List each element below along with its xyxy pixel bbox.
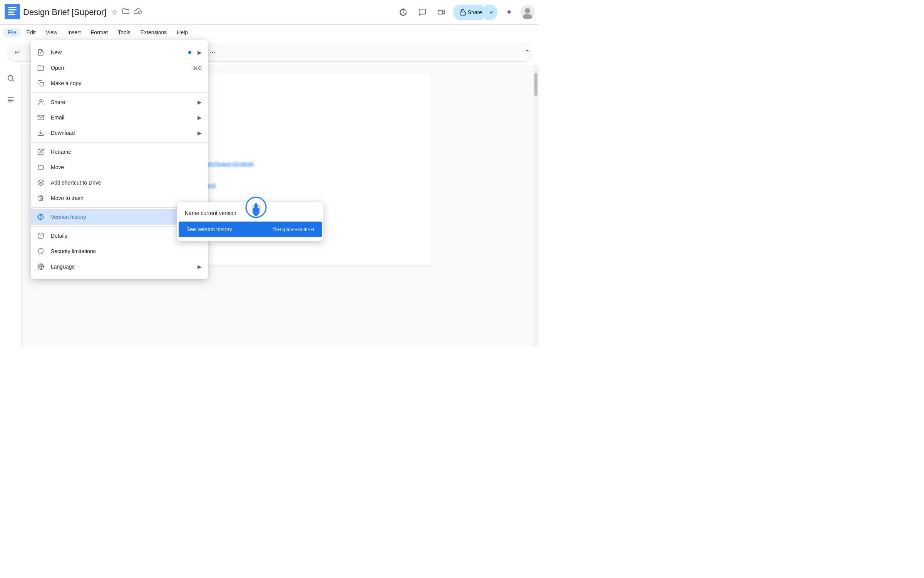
- menu-file[interactable]: File: [3, 28, 21, 37]
- menu-extensions[interactable]: Extensions: [136, 28, 171, 37]
- new-arrow-icon: ▶: [198, 49, 202, 55]
- file-menu-section-3: Rename Move Add shortcut to Drive: [31, 143, 208, 208]
- version-history-btn[interactable]: [395, 5, 411, 20]
- move-trash-label: Move to trash: [51, 195, 202, 201]
- file-menu-open[interactable]: Open ⌘O: [31, 60, 208, 76]
- svg-point-19: [40, 99, 42, 102]
- open-shortcut: ⌘O: [193, 65, 202, 71]
- left-sidebar: [0, 65, 22, 347]
- menu-help[interactable]: Help: [172, 28, 192, 37]
- submenu-name-version[interactable]: Name current version: [177, 205, 323, 221]
- star-icon[interactable]: ☆: [111, 8, 118, 17]
- security-label: Security limitations: [51, 248, 202, 254]
- menu-tools[interactable]: Tools: [113, 28, 135, 37]
- move-label: Move: [51, 164, 202, 170]
- svg-rect-18: [40, 82, 44, 86]
- file-menu-dropdown: New ▶ Open ⌘O Make a copy: [31, 40, 208, 279]
- language-icon: [37, 263, 45, 271]
- svg-rect-7: [460, 12, 465, 15]
- app-icon[interactable]: [5, 4, 20, 21]
- trash-icon: [37, 194, 45, 202]
- menu-format[interactable]: Format: [86, 28, 112, 37]
- version-history-label: Version history: [51, 214, 188, 220]
- email-label: Email: [51, 114, 188, 121]
- rename-icon: [37, 148, 45, 156]
- folder-move-icon[interactable]: [122, 7, 130, 17]
- svg-rect-2: [8, 9, 17, 10]
- file-menu-move[interactable]: Move: [31, 160, 208, 175]
- see-version-history-label: See version history: [186, 226, 232, 232]
- email-icon: [37, 114, 45, 121]
- file-menu-download[interactable]: Download ▶: [31, 125, 208, 141]
- language-arrow-icon: ▶: [198, 264, 202, 270]
- security-icon: [37, 247, 45, 255]
- svg-rect-6: [438, 10, 442, 14]
- svg-rect-1: [8, 7, 17, 8]
- title-icons: ☆: [111, 7, 142, 17]
- new-blue-dot: [188, 51, 191, 54]
- share-button-group: Share: [453, 5, 497, 20]
- share-icon: [37, 98, 45, 106]
- svg-rect-3: [8, 12, 14, 13]
- top-bar: Design Brief [Superor] ☆: [0, 0, 539, 25]
- make-copy-label: Make a copy: [51, 80, 202, 86]
- menu-insert[interactable]: Insert: [63, 28, 85, 37]
- file-menu-security[interactable]: Security limitations: [31, 244, 208, 259]
- collapse-toolbar-btn[interactable]: ⌃: [525, 49, 530, 56]
- svg-rect-4: [8, 14, 15, 15]
- more-options-btn[interactable]: ⋯: [208, 48, 218, 57]
- top-right-actions: Share ✦: [395, 5, 534, 20]
- open-label: Open: [51, 65, 187, 71]
- file-menu-language[interactable]: Language ▶: [31, 259, 208, 274]
- file-menu-section-2: Share ▶ Email ▶ Download: [31, 93, 208, 143]
- file-menu-share[interactable]: Share ▶: [31, 94, 208, 110]
- rename-label: Rename: [51, 149, 202, 155]
- sidebar-outline-btn[interactable]: [2, 91, 19, 108]
- open-icon: [37, 64, 45, 72]
- comments-btn[interactable]: [415, 5, 430, 20]
- undo-btn[interactable]: ↩: [9, 45, 25, 60]
- file-menu-section-1: New ▶ Open ⌘O Make a copy: [31, 43, 208, 93]
- svg-point-11: [8, 76, 13, 81]
- details-icon: [37, 232, 45, 240]
- name-current-version-label: Name current version: [185, 210, 236, 216]
- menu-view[interactable]: View: [41, 28, 62, 37]
- version-history-submenu: Name current version See version history…: [177, 202, 323, 241]
- file-menu-rename[interactable]: Rename: [31, 144, 208, 160]
- menu-bar: File Edit View Insert Format Tools Exten…: [0, 25, 539, 40]
- file-menu-email[interactable]: Email ▶: [31, 110, 208, 125]
- sidebar-search-btn[interactable]: [2, 70, 19, 87]
- share-dropdown-btn[interactable]: [485, 5, 497, 20]
- add-shortcut-label: Add shortcut to Drive: [51, 180, 202, 186]
- language-label: Language: [51, 264, 188, 270]
- share-arrow-icon: ▶: [198, 99, 202, 105]
- email-arrow-icon: ▶: [198, 114, 202, 121]
- new-doc-icon: [37, 49, 45, 56]
- download-arrow-icon: ▶: [198, 130, 202, 136]
- doc-title: Design Brief [Superor]: [23, 7, 106, 17]
- share-label: Share: [468, 9, 482, 15]
- cloud-save-icon[interactable]: [134, 7, 142, 17]
- copy-icon: [37, 79, 45, 87]
- file-menu-new[interactable]: New ▶: [31, 45, 208, 60]
- menu-edit[interactable]: Edit: [22, 28, 40, 37]
- svg-point-9: [525, 8, 530, 13]
- file-menu-add-shortcut[interactable]: Add shortcut to Drive: [31, 175, 208, 190]
- move-icon: [37, 163, 45, 171]
- download-label: Download: [51, 130, 188, 136]
- drive-shortcut-icon: [37, 179, 45, 187]
- user-avatar[interactable]: [521, 5, 534, 19]
- submenu-see-history[interactable]: See version history ⌘+Option+Shift+H: [179, 222, 322, 237]
- gemini-btn[interactable]: ✦: [501, 5, 517, 20]
- new-label: New: [51, 49, 182, 55]
- scrollbar[interactable]: [533, 65, 539, 347]
- see-history-shortcut: ⌘+Option+Shift+H: [272, 227, 314, 232]
- download-icon: [37, 129, 45, 137]
- version-history-icon: [37, 213, 45, 221]
- share-button[interactable]: Share: [453, 5, 487, 20]
- file-menu-make-copy[interactable]: Make a copy: [31, 76, 208, 91]
- share-menu-label: Share: [51, 99, 188, 105]
- meet-btn[interactable]: [434, 5, 449, 20]
